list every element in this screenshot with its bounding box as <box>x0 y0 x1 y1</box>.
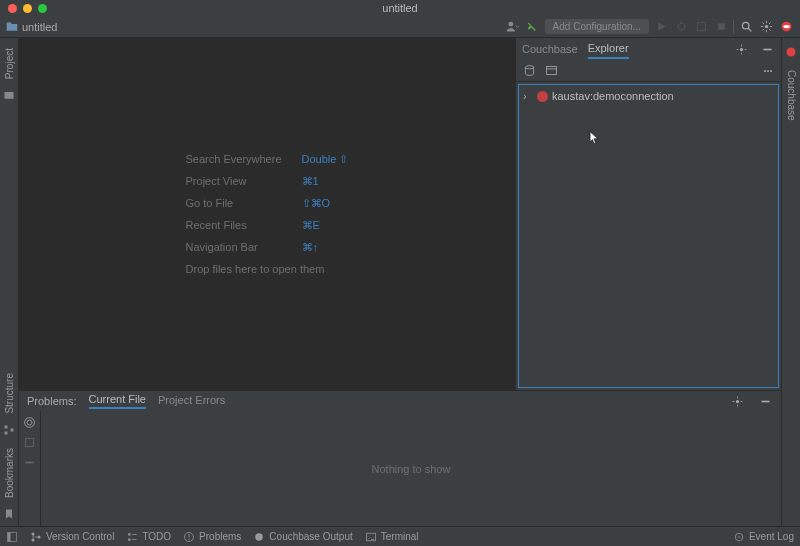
panel-settings-icon[interactable] <box>733 41 749 57</box>
status-event-log[interactable]: Event Log <box>733 531 794 543</box>
problems-hide-icon[interactable] <box>757 393 773 409</box>
window-view-icon[interactable] <box>544 64 558 78</box>
problems-empty-message: Nothing to show <box>41 411 781 526</box>
hint-project-view-label: Project View <box>186 175 296 188</box>
view-options-icon[interactable] <box>23 415 37 429</box>
svg-rect-1 <box>7 22 12 24</box>
tree-connection-row[interactable]: › kaustav:democonnection <box>521 89 776 103</box>
status-terminal[interactable]: Terminal <box>365 531 419 543</box>
problems-icon <box>183 531 195 543</box>
todo-icon <box>126 531 138 543</box>
svg-rect-0 <box>7 24 18 31</box>
svg-rect-28 <box>8 532 11 541</box>
terminal-icon <box>365 531 377 543</box>
right-tool-strip: Couchbase <box>781 38 800 526</box>
hint-search-shortcut: Double ⇧ <box>302 153 349 166</box>
branch-icon <box>30 531 42 543</box>
svg-rect-32 <box>129 533 131 535</box>
svg-rect-25 <box>25 461 33 463</box>
tab-project[interactable]: Project <box>2 42 17 85</box>
hammer-build-icon[interactable] <box>525 19 541 35</box>
panel-more-icon[interactable]: ··· <box>761 64 775 78</box>
hint-drop-files: Drop files here to open them <box>186 263 325 275</box>
couchbase-logo-icon[interactable] <box>778 19 794 35</box>
main-toolbar: untitled Add Configuration... <box>0 16 800 38</box>
run-coverage-icon[interactable] <box>693 19 709 35</box>
add-configuration-button[interactable]: Add Configuration... <box>545 19 649 34</box>
search-icon[interactable] <box>738 19 754 35</box>
window-title: untitled <box>382 2 417 14</box>
svg-rect-3 <box>531 27 536 32</box>
hint-project-view-shortcut: ⌘1 <box>302 175 319 188</box>
hint-recent-files-shortcut: ⌘E <box>302 219 320 232</box>
svg-rect-14 <box>11 428 14 431</box>
svg-rect-6 <box>718 23 725 30</box>
svg-rect-21 <box>761 400 769 402</box>
event-log-icon <box>733 531 745 543</box>
hint-navbar-label: Navigation Bar <box>186 241 296 254</box>
tool-window-quick-access-icon[interactable] <box>6 531 18 543</box>
hint-goto-file-shortcut: ⇧⌘O <box>302 197 331 210</box>
user-dropdown-icon[interactable] <box>505 19 521 35</box>
status-problems[interactable]: Problems <box>183 531 241 543</box>
problems-panel: Problems: Current File Project Errors No… <box>19 390 781 526</box>
svg-rect-11 <box>5 92 14 99</box>
close-window-button[interactable] <box>8 4 17 13</box>
maximize-window-button[interactable] <box>38 4 47 13</box>
run-icon[interactable] <box>653 19 669 35</box>
svg-rect-34 <box>129 538 131 540</box>
editor-empty-state: Search EverywhereDouble ⇧ Project View⌘1… <box>19 38 515 390</box>
expand-icon[interactable] <box>23 435 37 449</box>
breadcrumb-project[interactable]: untitled <box>22 21 57 33</box>
svg-point-8 <box>764 25 767 28</box>
svg-point-4 <box>678 23 685 30</box>
svg-point-37 <box>256 533 264 541</box>
svg-point-10 <box>783 25 790 28</box>
svg-point-17 <box>525 66 533 69</box>
problems-tab-current-file[interactable]: Current File <box>89 393 146 409</box>
hint-navbar-shortcut: ⌘↑ <box>302 241 319 254</box>
hint-recent-files-label: Recent Files <box>186 219 296 232</box>
svg-rect-24 <box>25 438 33 446</box>
svg-point-26 <box>787 48 796 57</box>
settings-gear-icon[interactable] <box>758 19 774 35</box>
debug-icon[interactable] <box>673 19 689 35</box>
problems-tab-project-errors[interactable]: Project Errors <box>158 394 225 408</box>
svg-rect-33 <box>132 534 137 535</box>
status-version-control[interactable]: Version Control <box>30 531 114 543</box>
svg-rect-12 <box>5 425 8 428</box>
status-todo[interactable]: TODO <box>126 531 171 543</box>
svg-rect-13 <box>5 431 8 434</box>
tab-structure[interactable]: Structure <box>2 367 17 420</box>
panel-tab-explorer[interactable]: Explorer <box>588 39 629 59</box>
connection-status-icon <box>537 91 548 102</box>
minimize-window-button[interactable] <box>23 4 32 13</box>
problems-title: Problems: <box>27 395 77 407</box>
tab-couchbase-right[interactable]: Couchbase <box>784 64 799 127</box>
svg-rect-35 <box>132 539 137 540</box>
svg-point-40 <box>738 536 740 538</box>
cluster-view-icon[interactable] <box>522 64 536 78</box>
tab-bookmarks[interactable]: Bookmarks <box>2 442 17 504</box>
svg-point-7 <box>742 22 749 29</box>
bookmarks-tab-icon <box>3 508 15 522</box>
problems-settings-icon[interactable] <box>729 393 745 409</box>
panel-hide-icon[interactable] <box>759 41 775 57</box>
chevron-right-icon: › <box>523 90 533 102</box>
structure-tab-icon <box>3 424 15 438</box>
svg-point-30 <box>32 538 35 541</box>
hint-goto-file-label: Go to File <box>186 197 296 210</box>
stop-icon[interactable] <box>713 19 729 35</box>
left-tool-strip: Project Structure Bookmarks <box>0 38 19 526</box>
svg-rect-16 <box>763 48 771 50</box>
hint-search-label: Search Everywhere <box>186 153 296 166</box>
svg-rect-18 <box>546 66 556 74</box>
couchbase-tab-icon <box>785 46 797 60</box>
svg-point-29 <box>32 532 35 535</box>
status-couchbase-output[interactable]: Couchbase Output <box>253 531 352 543</box>
collapse-icon[interactable] <box>23 455 37 469</box>
svg-point-22 <box>27 420 32 425</box>
project-tab-icon <box>3 89 15 103</box>
svg-point-23 <box>25 417 35 427</box>
panel-tab-couchbase[interactable]: Couchbase <box>522 40 578 58</box>
